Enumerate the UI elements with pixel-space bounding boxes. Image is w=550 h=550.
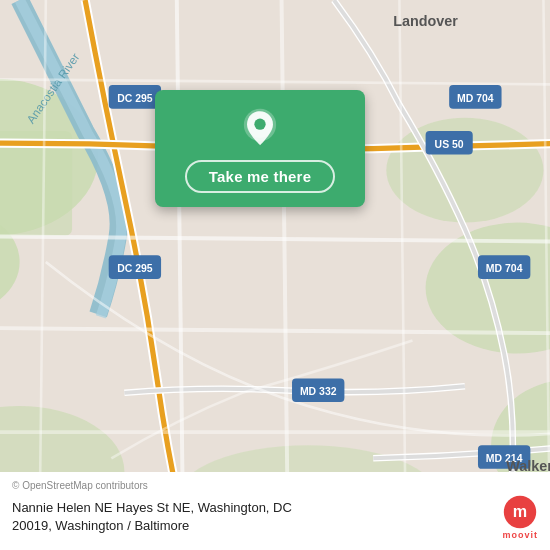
- svg-text:MD 704: MD 704: [457, 93, 494, 104]
- map-attribution: © OpenStreetMap contributors: [12, 480, 538, 491]
- location-card: Take me there: [155, 90, 365, 207]
- address-row: Nannie Helen NE Hayes St NE, Washington,…: [12, 494, 538, 540]
- svg-text:Landover: Landover: [393, 13, 458, 29]
- moovit-label: moovit: [502, 530, 538, 540]
- svg-text:MD 332: MD 332: [300, 386, 337, 397]
- location-pin-icon: [239, 108, 281, 150]
- map-container: Anacostia River US 50 D: [0, 0, 550, 550]
- moovit-logo: m moovit: [502, 494, 538, 540]
- svg-text:US 50: US 50: [435, 139, 464, 150]
- svg-text:DC 295: DC 295: [117, 93, 153, 104]
- address-line2: 20019, Washington / Baltimore: [12, 518, 189, 533]
- map-svg: Anacostia River US 50 D: [0, 0, 550, 550]
- svg-text:MD 704: MD 704: [486, 263, 523, 274]
- address-text: Nannie Helen NE Hayes St NE, Washington,…: [12, 499, 492, 534]
- svg-text:DC 295: DC 295: [117, 263, 153, 274]
- attribution-text: © OpenStreetMap contributors: [12, 480, 148, 491]
- svg-point-32: [254, 119, 265, 130]
- bottom-bar: © OpenStreetMap contributors Nannie Hele…: [0, 472, 550, 550]
- address-line1: Nannie Helen NE Hayes St NE, Washington,…: [12, 500, 292, 515]
- svg-text:m: m: [513, 502, 527, 520]
- moovit-logo-icon: m: [502, 494, 538, 530]
- take-me-there-button[interactable]: Take me there: [185, 160, 335, 193]
